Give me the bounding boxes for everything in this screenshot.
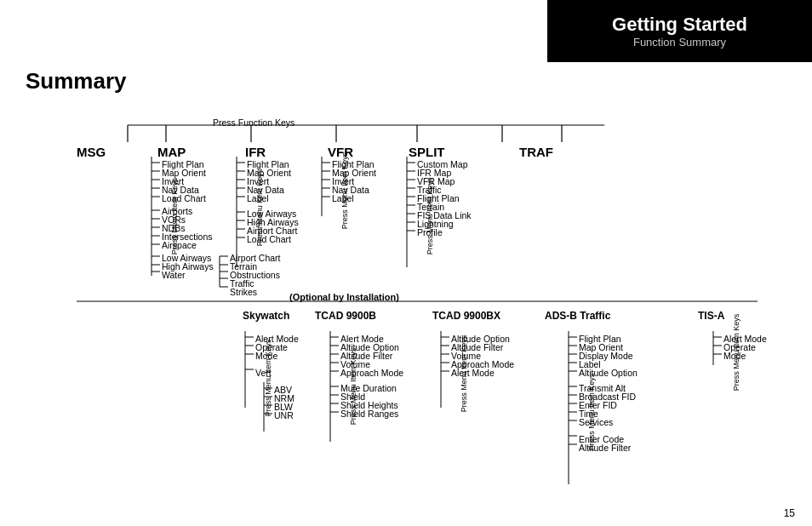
diagram-svg — [26, 101, 792, 526]
tcad9900b-item-9: Shield Ranges — [340, 408, 398, 420]
map-item-strikes: Strikes — [230, 286, 257, 298]
map-item-water: Water — [162, 269, 186, 281]
tcad9900bx-header: TCAD 9900BX — [432, 309, 500, 323]
tcad9900bx-item-5: Alert Mode — [451, 367, 495, 379]
skywatch-unr: UNR — [274, 409, 294, 421]
skywatch-header: Skywatch — [243, 309, 289, 323]
ifr-item-load: Load Chart — [247, 233, 291, 245]
page-number: 15 — [784, 507, 795, 519]
optional-label: (Optional by Installation) — [289, 291, 399, 304]
header-subtitle: Function Summary — [633, 36, 726, 49]
map-item-5: Load Chart — [162, 192, 206, 204]
summary-heading: Summary — [26, 68, 803, 94]
tisa-header: TIS-A — [698, 309, 724, 323]
skywatch-item-3: Mode — [255, 350, 277, 362]
adsb-item-5: Altitude Option — [579, 367, 638, 379]
vfr-item-5: Label — [332, 192, 354, 204]
tisa-item-3: Mode — [723, 350, 746, 362]
press-function-keys-label: Press Function Keys — [213, 117, 294, 129]
main-content: Summary — [26, 68, 803, 526]
diagram: Press Function Keys MSG MAP IFR VFR SPLI… — [26, 101, 792, 526]
header-title: Getting Started — [612, 14, 747, 36]
skywatch-vert: Vert — [255, 367, 272, 379]
msg-header: MSG — [77, 144, 106, 161]
adsb-header: ADS-B Traffic — [545, 309, 610, 323]
tcad9900b-header: TCAD 9900B — [315, 309, 376, 323]
split-item-9: Profile — [417, 226, 443, 238]
tcad9900b-item-5: Approach Mode — [340, 367, 403, 379]
header: Getting Started Function Summary — [547, 0, 812, 62]
adsb-item-12: Altitude Filter — [579, 442, 631, 454]
traf-header: TRAF — [519, 144, 553, 161]
adsb-item-10: Services — [579, 416, 613, 428]
ifr-item-5: Label — [247, 192, 269, 204]
map-item-airspace: Airspace — [162, 239, 197, 251]
